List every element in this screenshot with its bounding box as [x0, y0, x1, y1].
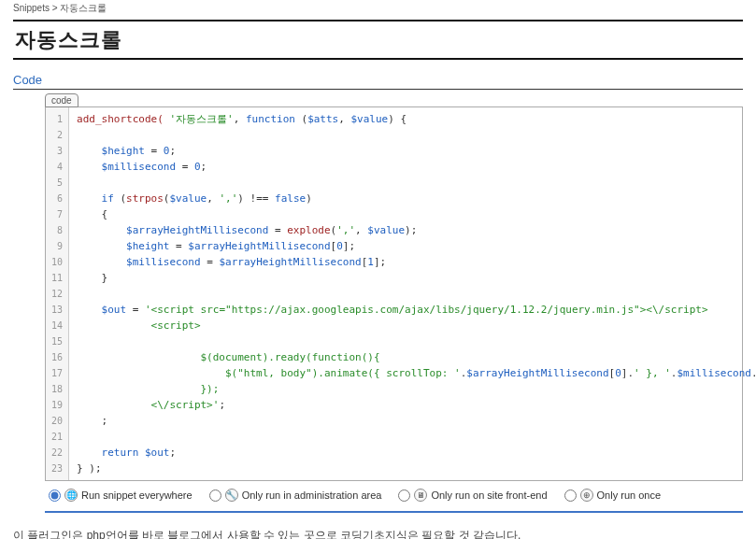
code-line: $millisecond = 0; — [77, 159, 756, 175]
code-line — [77, 286, 756, 302]
code-line: $out = '<script src="https://ajax.google… — [77, 302, 756, 318]
code-line: add_shortcode( '자동스크롤', function ($atts,… — [77, 111, 756, 127]
code-line: { — [77, 206, 756, 222]
run-scope-option[interactable]: ⊕Only run once — [564, 489, 661, 502]
run-scope-label: Run snippet everywhere — [81, 489, 193, 501]
run-scope-radio[interactable] — [209, 489, 221, 502]
code-line: $height = 0; — [77, 143, 756, 159]
run-scope-radio[interactable] — [398, 489, 410, 502]
code-tab[interactable]: code — [45, 93, 78, 107]
run-scope-radio[interactable] — [49, 489, 61, 502]
run-scope-option[interactable]: 🌐Run snippet everywhere — [49, 489, 193, 502]
footer-note: 이 플러그인은 php언어를 바로 블로그에서 사용할 수 있는 곳으로 코딩기… — [13, 526, 743, 539]
code-line — [77, 333, 756, 349]
code-line: }); — [77, 381, 756, 397]
code-line — [77, 127, 756, 143]
run-scope-option[interactable]: 🖥Only run on site front-end — [398, 489, 547, 502]
code-section-header: Code — [13, 73, 743, 90]
code-line: $millisecond = $arrayHeightMillisecond[1… — [77, 254, 756, 270]
code-editor[interactable]: 1 2 3 4 5 6 7 8 9 10 11 12 13 14 15 16 1… — [45, 106, 743, 481]
code-line: $("html, body").animate({ scrollTop: '.$… — [77, 365, 756, 381]
code-line: return $out; — [77, 445, 756, 461]
code-line: ; — [77, 413, 756, 429]
code-line: <script> — [77, 318, 756, 333]
scope-icon: ⊕ — [580, 489, 593, 502]
code-line: $(document).ready(function(){ — [77, 349, 756, 365]
run-scope-radio[interactable] — [564, 489, 577, 502]
scope-icon: 🔧 — [225, 489, 238, 502]
code-line: <\/script>'; — [77, 397, 756, 413]
scope-icon: 🖥 — [414, 489, 427, 502]
run-scope-label: Only run on site front-end — [431, 489, 547, 501]
code-body[interactable]: add_shortcode( '자동스크롤', function ($atts,… — [69, 107, 756, 480]
run-scope-label: Only run once — [597, 489, 661, 501]
code-line: } — [77, 270, 756, 286]
run-scope-radio-group: 🌐Run snippet everywhere🔧Only run in admi… — [45, 481, 743, 513]
scope-icon: 🌐 — [64, 489, 78, 502]
code-line — [77, 175, 756, 191]
code-line: $height = $arrayHeightMillisecond[0]; — [77, 238, 756, 254]
code-line — [77, 429, 756, 445]
code-line: if (strpos($value, ',') !== false) — [77, 191, 756, 206]
run-scope-label: Only run in administration area — [242, 489, 382, 501]
page-title: 자동스크롤 — [13, 21, 743, 60]
run-scope-option[interactable]: 🔧Only run in administration area — [209, 489, 382, 502]
code-gutter: 1 2 3 4 5 6 7 8 9 10 11 12 13 14 15 16 1… — [46, 107, 69, 480]
code-line: } ); — [77, 461, 756, 476]
code-line: $arrayHeightMillisecond = explode(',', $… — [77, 222, 756, 238]
breadcrumb: Snippets > 자동스크롤 — [13, 0, 743, 18]
